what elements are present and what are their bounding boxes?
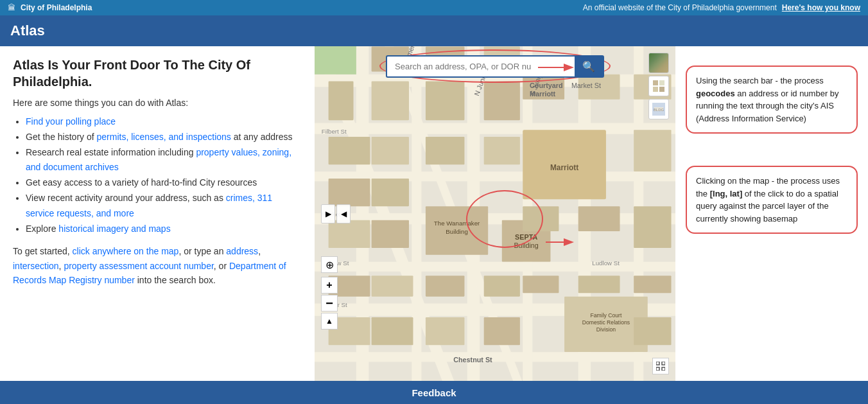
svg-rect-78 [653, 80, 658, 85]
svg-rect-37 [329, 179, 370, 206]
svg-text:Marriott: Marriott [530, 90, 556, 98]
svg-rect-58 [634, 130, 671, 171]
list-item: Explore historical imagery and maps [26, 222, 302, 237]
svg-rect-43 [426, 137, 465, 164]
svg-text:BLDG: BLDG [654, 108, 664, 112]
svg-text:Marriott: Marriott [550, 163, 578, 172]
svg-text:Filbert St: Filbert St [322, 128, 347, 135]
map-area[interactable]: Marriott The Wanamaker Building SEPTA Bu… [315, 46, 675, 381]
nav-left-btn[interactable]: ◀ [336, 204, 351, 224]
left-panel: Atlas Is Your Front Door To The City Of … [0, 46, 315, 381]
annotation-map-text: Clicking on the map - the process uses t… [696, 176, 840, 224]
map-type-btn-2[interactable] [648, 76, 669, 96]
svg-rect-50 [372, 276, 413, 296]
svg-text:SEPTA: SEPTA [515, 233, 537, 241]
zoom-out-btn[interactable]: − [321, 295, 338, 312]
top-bar: 🏛 City of Philadelphia An official websi… [0, 0, 868, 15]
svg-rect-40 [372, 137, 409, 164]
svg-rect-85 [656, 362, 659, 365]
svg-rect-22 [484, 82, 520, 121]
svg-rect-62 [634, 317, 671, 345]
footer[interactable]: Feedback [0, 381, 868, 404]
svg-rect-20 [426, 82, 465, 121]
svg-text:Division: Division [596, 326, 616, 333]
search-input[interactable] [386, 55, 575, 78]
svg-text:Building: Building [514, 242, 538, 249]
address-link[interactable]: address [226, 246, 258, 256]
zoom-in-btn[interactable]: + [321, 277, 338, 294]
annotation-search-text: Using the search bar - the process geoco… [696, 76, 839, 123]
svg-text:Courtyard: Courtyard [530, 82, 563, 89]
locate-btn[interactable]: ⊕ [321, 256, 338, 273]
svg-text:Market St: Market St [571, 82, 601, 89]
city-icon: 🏛 [8, 3, 15, 12]
map-layer-controls: BLDG [648, 53, 669, 119]
nav-right-btn[interactable]: ▶ [321, 204, 335, 224]
svg-rect-59 [634, 206, 671, 248]
compass-btn[interactable]: ▲ [321, 313, 338, 329]
map-type-btn-3[interactable]: BLDG [648, 99, 669, 119]
lnglat-bold: [lng, lat] [710, 189, 743, 198]
right-panel: Using the search bar - the process geoco… [675, 46, 868, 381]
svg-rect-63 [315, 46, 356, 75]
svg-rect-49 [578, 276, 620, 293]
heres-how-link[interactable]: Here's how you know [782, 3, 860, 12]
search-container: 🔍 [386, 55, 604, 78]
main-content: Atlas Is Your Front Door To The City Of … [0, 46, 868, 381]
click-map-link[interactable]: click anywhere on the map [73, 246, 179, 256]
svg-rect-41 [372, 179, 409, 206]
city-name: City of Philadelphia [21, 3, 92, 12]
satellite-btn[interactable] [648, 53, 669, 73]
svg-rect-87 [656, 367, 659, 371]
search-button[interactable]: 🔍 [575, 55, 604, 78]
property-link[interactable]: property values, zoning, and document ar… [26, 147, 291, 173]
crimes-link[interactable]: crimes, 311 service requests, and more [26, 193, 272, 218]
feedback-label: Feedback [412, 387, 456, 398]
polling-place-link[interactable]: Find your polling place [26, 116, 116, 127]
fullscreen-btn[interactable] [652, 358, 669, 374]
svg-rect-88 [662, 367, 665, 371]
svg-rect-53 [426, 317, 465, 345]
official-text: An official website of the City of Phila… [583, 3, 777, 12]
intersection-link[interactable]: intersection [13, 261, 59, 271]
app-header: Atlas [0, 15, 868, 46]
geocodes-bold: geocodes [696, 89, 735, 98]
search-annotation-box: Using the search bar - the process geoco… [686, 66, 858, 134]
property-account-link[interactable]: property assessment account number [64, 261, 213, 271]
list-item: Get the history of permits, licenses, an… [26, 130, 302, 145]
app-title: Atlas [10, 22, 45, 39]
permits-link[interactable]: permits, licenses, and inspections [97, 132, 231, 142]
feature-list: Find your polling place Get the history … [26, 114, 302, 236]
svg-rect-55 [484, 317, 520, 345]
svg-rect-9 [412, 46, 421, 381]
svg-rect-47 [523, 206, 559, 231]
list-item: View recent activity around your address… [26, 191, 302, 222]
svg-rect-23 [329, 82, 354, 121]
historical-link[interactable]: historical imagery and maps [58, 224, 170, 234]
footer-description: To get started, click anywhere on the ma… [13, 244, 302, 287]
zoom-controls: ⊕ + − ▲ [321, 256, 338, 329]
main-heading: Atlas Is Your Front Door To The City Of … [13, 57, 302, 90]
svg-rect-79 [659, 80, 664, 85]
svg-rect-57 [523, 276, 559, 293]
intro-text: Here are some things you can do with Atl… [13, 98, 302, 108]
svg-text:Ludlow St: Ludlow St [592, 259, 620, 267]
list-item: Get easy access to a variety of hard-to-… [26, 175, 302, 191]
svg-text:Domestic Relations: Domestic Relations [582, 319, 630, 326]
svg-rect-42 [372, 220, 409, 248]
svg-text:Chestnut St: Chestnut St [453, 356, 492, 364]
list-item: Find your polling place [26, 114, 302, 130]
svg-rect-60 [634, 276, 671, 293]
svg-rect-52 [426, 276, 465, 296]
svg-rect-51 [372, 317, 413, 345]
svg-rect-86 [662, 362, 665, 365]
svg-rect-80 [653, 87, 658, 92]
map-nav-arrows: ▶ ◀ [321, 204, 351, 224]
map-click-annotation-box: Clicking on the map - the process uses t… [686, 166, 858, 234]
svg-rect-81 [659, 87, 664, 92]
svg-rect-36 [329, 137, 370, 164]
svg-rect-54 [484, 276, 520, 296]
svg-text:Family Court: Family Court [590, 312, 621, 319]
svg-text:The Wanamaker: The Wanamaker [434, 220, 480, 227]
list-item: Research real estate information includi… [26, 145, 302, 176]
